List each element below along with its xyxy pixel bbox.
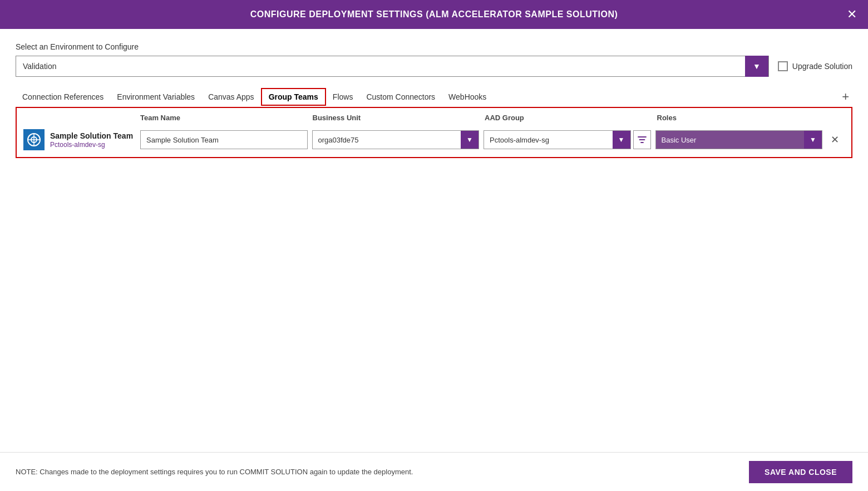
tab-webhooks[interactable]: WebHooks: [442, 89, 493, 105]
team-subtitle: Pctools-almdev-sg: [50, 141, 133, 149]
business-unit-dropdown-arrow[interactable]: ▼: [461, 131, 479, 149]
tab-group-teams[interactable]: Group Teams: [261, 88, 326, 106]
delete-row-button[interactable]: ✕: [825, 130, 845, 149]
modal-body: Select an Environment to Configure Valid…: [0, 29, 868, 158]
aad-group-cell: Pctools-almdev-sg ▼: [484, 130, 651, 149]
roles-cell: Basic User ▼: [655, 130, 823, 149]
business-unit-cell: orga03fde75 ▼: [312, 130, 480, 149]
tabs-row: Connection References Environment Variab…: [16, 88, 852, 106]
close-button[interactable]: ✕: [847, 8, 857, 21]
business-unit-value: orga03fde75: [313, 131, 461, 149]
col-header-roles: Roles: [657, 112, 825, 122]
tab-canvas-apps[interactable]: Canvas Apps: [201, 89, 261, 105]
team-display-name: Sample Solution Team: [50, 131, 133, 141]
col-header-business-unit: Business Unit: [313, 112, 481, 122]
upgrade-solution-checkbox[interactable]: [778, 61, 788, 71]
team-name-input[interactable]: [140, 130, 308, 149]
save-and-close-button[interactable]: SAVE AND CLOSE: [749, 461, 852, 483]
env-select-label: Select an Environment to Configure: [16, 42, 852, 51]
tab-flows[interactable]: Flows: [326, 89, 360, 105]
team-name-cell: [140, 130, 308, 149]
env-select-row: Validation ▼ Upgrade Solution: [16, 56, 852, 77]
footer-note: NOTE: Changes made to the deployment set…: [16, 468, 413, 476]
business-unit-dropdown[interactable]: orga03fde75 ▼: [312, 130, 480, 149]
filter-icon: [638, 135, 647, 144]
upgrade-solution-row: Upgrade Solution: [778, 61, 852, 71]
table-row: Sample Solution Team Pctools-almdev-sg o…: [17, 125, 851, 157]
aad-group-filter-button[interactable]: [633, 130, 651, 149]
env-dropdown-arrow-icon[interactable]: ▼: [745, 56, 768, 77]
team-icon-svg: [27, 132, 41, 147]
tab-connection-references[interactable]: Connection References: [16, 89, 110, 105]
env-dropdown-value: Validation: [16, 62, 745, 71]
col-header-team-name: Team Name: [140, 112, 308, 122]
upgrade-solution-label: Upgrade Solution: [792, 62, 852, 71]
roles-dropdown[interactable]: Basic User ▼: [655, 130, 823, 149]
group-teams-table: Team Name Business Unit AAD Group Roles: [16, 107, 852, 158]
table-header: Team Name Business Unit AAD Group Roles: [17, 108, 851, 125]
aad-group-wrapper: Pctools-almdev-sg ▼: [484, 130, 651, 149]
modal-footer: NOTE: Changes made to the deployment set…: [0, 452, 868, 491]
tab-custom-connectors[interactable]: Custom Connectors: [359, 89, 442, 105]
team-icon: [23, 129, 45, 150]
roles-value: Basic User: [656, 131, 805, 149]
tab-environment-variables[interactable]: Environment Variables: [110, 89, 201, 105]
col-header-aad-group: AAD Group: [485, 112, 653, 122]
roles-dropdown-arrow[interactable]: ▼: [804, 131, 822, 149]
add-row-button[interactable]: +: [839, 91, 852, 103]
modal-title: CONFIGURE DEPLOYMENT SETTINGS (ALM Accel…: [250, 9, 618, 19]
aad-group-value: Pctools-almdev-sg: [484, 131, 613, 149]
team-name-info: Sample Solution Team Pctools-almdev-sg: [50, 131, 133, 149]
aad-group-dropdown-arrow[interactable]: ▼: [613, 131, 630, 149]
modal-header: CONFIGURE DEPLOYMENT SETTINGS (ALM Accel…: [0, 0, 868, 29]
team-icon-cell: Sample Solution Team Pctools-almdev-sg: [23, 129, 140, 150]
environment-dropdown[interactable]: Validation ▼: [16, 56, 769, 77]
aad-group-dropdown[interactable]: Pctools-almdev-sg ▼: [484, 130, 631, 149]
